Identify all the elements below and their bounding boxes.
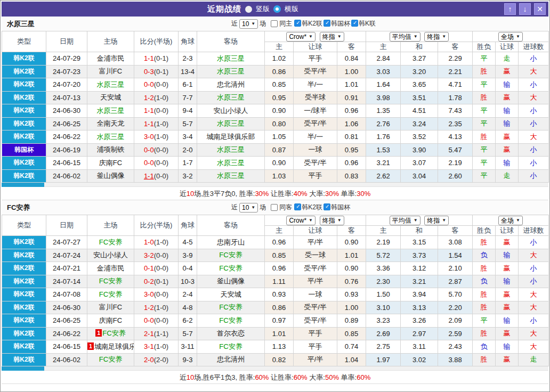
fulltime-select[interactable]: 全场	[498, 32, 523, 42]
average-select[interactable]: 平均值	[390, 216, 420, 225]
avg-away: 4.13	[438, 130, 473, 144]
avg-home: 2.76	[366, 117, 401, 130]
close-button[interactable]: ✕	[534, 3, 546, 15]
result-handicap: 赢	[496, 327, 519, 340]
vertical-layout-label[interactable]: 竖版	[256, 4, 270, 14]
league-checkbox[interactable]	[294, 20, 301, 27]
away-team: 水原三星	[197, 143, 265, 157]
recent-results-window: 近期战绩 竖版 横版 ↑ ↓ ✕ 水原三星 近 10 场 同主 韩K2联韩国杯韩…	[0, 0, 550, 392]
match-type: 韩K2联	[2, 117, 46, 130]
team-label: 城南足球俱乐部	[207, 133, 255, 141]
avg-home: 1.76	[366, 130, 401, 144]
odds-stage-select[interactable]: 终指	[320, 216, 344, 225]
games-count-select[interactable]: 10	[239, 203, 258, 213]
odds-handicap: 平/半	[294, 236, 337, 249]
summary-segment: 大率:	[308, 373, 325, 381]
result-outcome: 负	[473, 340, 496, 354]
avg-draw: 3.51	[401, 91, 438, 104]
average-stage-select[interactable]: 终指	[424, 32, 449, 42]
fulltime-select[interactable]: 全场	[498, 216, 523, 225]
league-checkbox-label: 韩国杯	[331, 20, 350, 27]
scrollbar-thumb[interactable]	[2, 366, 44, 371]
same-venue-checkbox[interactable]	[271, 204, 278, 211]
fulltime-score: 1-1	[144, 54, 154, 62]
col-header-outcome: 胜负	[473, 226, 496, 236]
average-stage-select[interactable]: 终指	[424, 216, 449, 225]
avg-home: 3.21	[366, 157, 401, 170]
result-outcome: 负	[473, 249, 496, 262]
odds-stage-select[interactable]: 终指	[320, 32, 344, 42]
league-checkbox-label: 韩K2联	[302, 20, 322, 27]
horizontal-scrollbar[interactable]	[2, 183, 548, 187]
avg-draw: 3.27	[401, 52, 438, 66]
result-outcome: 平	[473, 314, 496, 328]
match-row: 韩K2联24-06-30富川FC1-2(1-0)4-8FC安养0.86受平/半1…	[2, 301, 549, 314]
league-checkbox[interactable]	[294, 203, 301, 210]
summary-segment: 60%	[294, 373, 308, 381]
result-outcome: 平	[473, 143, 496, 157]
odds-handicap: 一球	[294, 143, 337, 157]
horizontal-layout-radio[interactable]	[273, 5, 281, 13]
result-outcome: 胜	[473, 288, 496, 301]
league-checkbox[interactable]	[323, 203, 330, 210]
bookmaker-select[interactable]: Crow*	[286, 32, 316, 42]
match-row: 韩K2联24-07-27FC安养1-0(1-0)4-5忠南牙山0.96平/半0.…	[2, 236, 549, 249]
match-row: 韩K2联24-06-02FC安养2-0(2-0)9-3忠北清州0.82平/半1.…	[2, 353, 549, 366]
away-team: 忠南牙山	[197, 236, 265, 249]
odds-away: 0.84	[337, 52, 366, 66]
near-label: 近	[231, 203, 238, 212]
match-row: 韩K2联24-06-25庆南FC0-0(0-0)6-2FC安养0.97受平/半0…	[2, 314, 549, 328]
home-team: 庆南FC	[87, 314, 134, 328]
result-handicap: 输	[496, 275, 519, 288]
match-date: 24-07-14	[46, 275, 87, 288]
avg-away: 2.29	[438, 52, 473, 66]
home-team: 富川FC	[87, 301, 134, 314]
summary-segment: 近	[180, 190, 187, 198]
result-handicap: 赢	[496, 288, 519, 301]
score-cell: 1-2(1-0)	[134, 301, 179, 314]
odds-home: 0.85	[265, 78, 294, 92]
score-cell: 2-0(2-0)	[134, 353, 179, 366]
odds-home: 0.96	[265, 236, 294, 249]
match-row: 韩K2联24-07-20水原三星0-0(0-0)6-1忠北清州0.85半/一1.…	[2, 78, 549, 92]
avg-draw: 3.04	[401, 169, 438, 183]
match-type: 韩国杯	[2, 143, 46, 157]
result-outcome: 胜	[473, 301, 496, 314]
league-checkbox[interactable]	[323, 20, 330, 27]
horizontal-scrollbar[interactable]	[2, 366, 548, 371]
games-count-select[interactable]: 10	[239, 19, 258, 29]
move-down-button[interactable]: ↓	[519, 3, 531, 15]
vertical-layout-radio[interactable]	[245, 6, 252, 13]
team-label: FC安养	[99, 290, 122, 298]
move-up-button[interactable]: ↑	[504, 3, 516, 15]
result-outcome: 平	[473, 104, 496, 118]
away-team: FC安养	[197, 314, 265, 328]
halftime-score: (1-0)	[154, 304, 168, 312]
average-select[interactable]: 平均值	[390, 32, 420, 42]
halftime-score: (1-0)	[154, 133, 168, 141]
result-outcome: 平	[473, 157, 496, 170]
scrollbar-thumb[interactable]	[2, 183, 44, 187]
odds-home: 1.03	[265, 169, 294, 183]
team-label: 水原三星	[97, 133, 125, 141]
odds-away: 1.01	[337, 249, 366, 262]
league-checkbox[interactable]	[351, 20, 358, 27]
horizontal-layout-label[interactable]: 横版	[285, 4, 298, 14]
bookmaker-select[interactable]: Crow*	[286, 216, 316, 225]
odds-handicap: 受一球	[294, 249, 337, 262]
avg-away: 2.09	[438, 314, 473, 328]
home-team: 金浦市民	[87, 52, 134, 66]
team-label: 富川FC	[99, 303, 122, 311]
col-header-date: 日期	[46, 31, 87, 52]
odds-home: 0.87	[265, 143, 294, 157]
avg-home: 3.23	[366, 314, 401, 328]
result-outcome: 胜	[473, 262, 496, 275]
fulltime-score: 3-0	[144, 290, 154, 298]
odds-handicap: 受平/半	[294, 314, 337, 328]
same-venue-checkbox[interactable]	[271, 20, 278, 27]
halftime-score: (1-0)	[154, 342, 168, 350]
result-handicap: 输	[496, 340, 519, 354]
team-name: FC安养	[7, 203, 30, 213]
match-row: 韩K2联24-06-151城南足球俱乐部3-1(1-0)3-11FC安养1.13…	[2, 340, 549, 354]
match-type: 韩K2联	[2, 275, 46, 288]
